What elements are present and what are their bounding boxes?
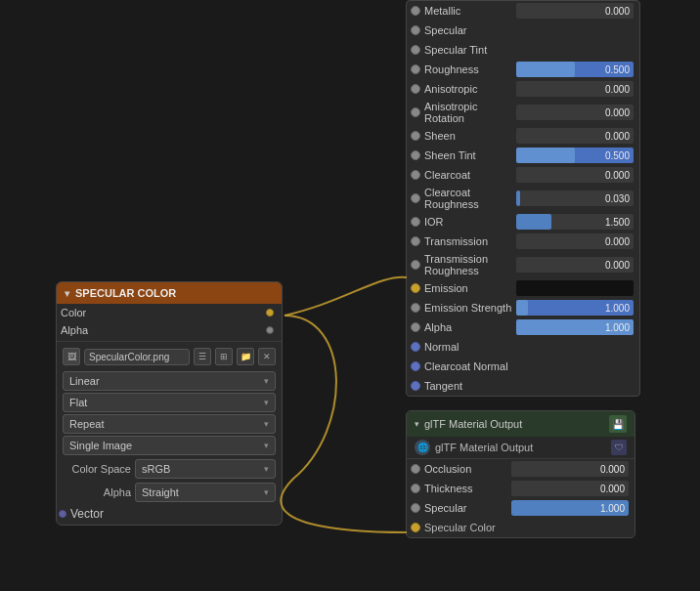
specular-label-row: Specular — [407, 21, 639, 40]
bsdf-properties-panel: Metallic 0.000 Specular Specular Tint Ro… — [406, 0, 640, 397]
occlusion-row: Occlusion 0.000 — [407, 459, 634, 479]
roughness-row: Roughness 0.500 — [407, 60, 639, 79]
emission-label: Emission — [424, 282, 516, 294]
thickness-bar[interactable]: 0.000 — [511, 481, 629, 496]
emission-swatch[interactable] — [516, 280, 634, 296]
emission-row: Emission — [407, 278, 639, 298]
folder-button[interactable]: 📁 — [237, 348, 254, 365]
specular-bottom-socket[interactable] — [411, 503, 420, 513]
roughness-label: Roughness — [424, 63, 516, 75]
node-title: SPECULAR COLOR — [75, 287, 176, 299]
anisotropic-rotation-row: Anisotropic Rotation 0.000 — [407, 99, 639, 126]
gltf-collapse-icon[interactable]: ▾ — [415, 419, 419, 429]
metallic-socket[interactable] — [411, 6, 420, 16]
extension-dropdown[interactable]: Repeat ▾ — [63, 414, 276, 434]
color-output-row: Color — [57, 304, 282, 321]
sheen-tint-row: Sheen Tint 0.500 — [407, 146, 639, 165]
sheen-bar[interactable]: 0.000 — [516, 128, 634, 144]
specular-tint-label: Specular Tint — [424, 44, 634, 56]
gltf-save-icon[interactable]: 💾 — [609, 415, 627, 433]
ior-bar[interactable]: 1.500 — [516, 214, 634, 230]
specular-color-socket[interactable] — [411, 523, 420, 532]
tangent-row: Tangent — [407, 376, 639, 396]
color-socket[interactable] — [266, 309, 274, 317]
ior-socket[interactable] — [411, 217, 420, 227]
alpha-mode-value: Straight — [142, 486, 179, 498]
interpolation-arrow: ▾ — [264, 376, 269, 386]
ior-label: IOR — [424, 216, 516, 228]
occlusion-socket[interactable] — [411, 464, 420, 474]
transmission-bar[interactable]: 0.000 — [516, 233, 634, 249]
anisotropic-socket[interactable] — [411, 84, 420, 94]
clearcoat-bar[interactable]: 0.000 — [516, 167, 634, 183]
alpha-socket[interactable] — [266, 326, 274, 334]
extension-value: Repeat — [69, 418, 104, 430]
roughness-socket[interactable] — [411, 64, 420, 74]
sheen-socket[interactable] — [411, 131, 420, 141]
ior-row: IOR 1.500 — [407, 212, 639, 232]
alpha-prop-socket[interactable] — [411, 322, 420, 332]
anisotropic-bar[interactable]: 0.000 — [516, 81, 634, 97]
colorspace-dropdown[interactable]: sRGB ▾ — [135, 459, 276, 479]
clearcoat-roughness-bar[interactable]: 0.030 — [516, 190, 634, 206]
vector-label: Vector — [70, 507, 104, 521]
alpha-mode-arrow: ▾ — [264, 487, 269, 497]
thickness-socket[interactable] — [411, 484, 420, 493]
anisotropic-rotation-label: Anisotropic Rotation — [424, 101, 516, 124]
clearcoat-roughness-socket[interactable] — [411, 193, 420, 203]
clearcoat-row: Clearcoat 0.000 — [407, 165, 639, 185]
normal-socket[interactable] — [411, 342, 420, 352]
alpha-prop-label: Alpha — [424, 321, 516, 333]
anisotropic-rotation-socket[interactable] — [411, 107, 420, 117]
specular-socket[interactable] — [411, 25, 420, 35]
alpha-bar[interactable]: 1.000 — [516, 319, 634, 335]
sheen-value: 0.000 — [605, 128, 630, 144]
specular-label: Specular — [424, 24, 634, 36]
gltf-material-output-node: ▾ glTF Material Output 💾 🌐 glTF Material… — [406, 410, 635, 538]
thickness-label: Thickness — [424, 483, 511, 494]
emission-strength-value: 1.000 — [605, 300, 630, 316]
specular-bottom-bar[interactable]: 1.000 — [511, 500, 629, 516]
specular-bottom-label: Specular — [424, 502, 511, 514]
sheen-tint-socket[interactable] — [411, 150, 420, 160]
emission-strength-bar[interactable]: 1.000 — [516, 300, 634, 316]
projection-dropdown[interactable]: Flat ▾ — [63, 393, 276, 412]
emission-strength-row: Emission Strength 1.000 — [407, 298, 639, 317]
browse-button[interactable]: ☰ — [194, 348, 211, 365]
alpha-output-row: Alpha — [57, 321, 282, 339]
clearcoat-label: Clearcoat — [424, 169, 516, 181]
specular-bottom-value: 1.000 — [600, 500, 625, 516]
metallic-bar[interactable]: 0.000 — [516, 3, 634, 19]
clearcoat-value: 0.000 — [605, 167, 630, 183]
transmission-roughness-row: Transmission Roughness 0.000 — [407, 251, 639, 278]
vector-socket[interactable] — [59, 510, 66, 518]
transmission-socket[interactable] — [411, 236, 420, 246]
occlusion-label: Occlusion — [424, 463, 511, 475]
interpolation-value: Linear — [69, 375, 100, 387]
clearcoat-socket[interactable] — [411, 170, 420, 180]
image-dropdown[interactable]: SpecularColor.png — [84, 349, 190, 365]
clearcoat-normal-socket[interactable] — [411, 361, 420, 371]
interpolation-dropdown[interactable]: Linear ▾ — [63, 371, 276, 391]
alpha-mode-dropdown[interactable]: Straight ▾ — [135, 483, 276, 502]
colorspace-arrow: ▾ — [264, 464, 269, 474]
occlusion-bar[interactable]: 0.000 — [511, 461, 629, 477]
colorspace-value: sRGB — [142, 463, 170, 475]
image-type-dropdown[interactable]: Single Image ▾ — [63, 436, 276, 455]
collapse-icon[interactable]: ▾ — [65, 288, 69, 299]
transmission-roughness-bar[interactable]: 0.000 — [516, 257, 634, 273]
clearcoat-roughness-value: 0.030 — [605, 190, 630, 206]
roughness-bar[interactable]: 0.500 — [516, 62, 634, 77]
tangent-socket[interactable] — [411, 381, 420, 391]
alpha-mode-row: Alpha Straight ▾ — [57, 481, 282, 504]
close-button[interactable]: ✕ — [258, 348, 276, 365]
transmission-roughness-socket[interactable] — [411, 260, 420, 270]
anisotropic-rotation-bar[interactable]: 0.000 — [516, 105, 634, 120]
copy-button[interactable]: ⊞ — [215, 348, 233, 365]
emission-socket[interactable] — [411, 283, 420, 293]
specular-tint-socket[interactable] — [411, 45, 420, 55]
alpha-value: 1.000 — [605, 319, 630, 335]
emission-strength-socket[interactable] — [411, 303, 420, 313]
sheen-tint-bar[interactable]: 0.500 — [516, 148, 634, 163]
transmission-value: 0.000 — [605, 233, 630, 249]
